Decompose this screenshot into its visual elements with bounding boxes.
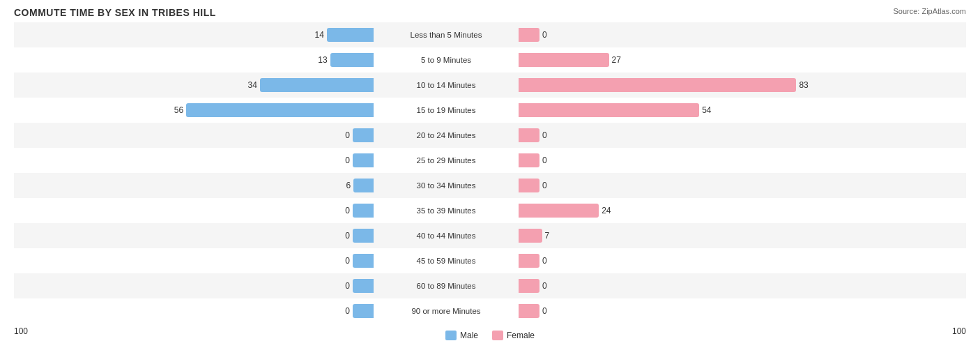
left-section: 0: [14, 254, 376, 268]
axis-left-label: 100: [14, 326, 28, 340]
female-value: 27: [612, 55, 631, 65]
female-value: 83: [799, 80, 818, 90]
male-bar: [353, 304, 374, 318]
row-label: 45 to 59 Minutes: [376, 257, 516, 265]
male-value: 0: [330, 206, 350, 215]
legend-female: Female: [492, 331, 535, 340]
male-value: 34: [238, 80, 257, 90]
male-bar: [353, 229, 374, 243]
right-section: 0: [516, 128, 878, 142]
table-row: 0 35 to 39 Minutes 24: [14, 198, 966, 223]
male-value: 0: [330, 256, 350, 266]
left-section: 6: [14, 179, 376, 192]
female-bar: [519, 128, 539, 142]
right-section: 83: [516, 78, 878, 92]
female-bar: [519, 153, 539, 167]
row-label: 20 to 24 Minutes: [376, 131, 516, 139]
male-value: 6: [331, 181, 351, 190]
chart-title: COMMUTE TIME BY SEX IN TRIBES HILL: [14, 7, 966, 18]
table-row: 0 90 or more Minutes 0: [14, 298, 966, 324]
table-row: 0 60 to 89 Minutes 0: [14, 273, 966, 298]
right-section: 24: [516, 204, 878, 218]
female-bar: [519, 28, 539, 42]
female-value: 0: [542, 281, 562, 291]
female-bar: [519, 103, 699, 117]
left-section: 0: [14, 304, 376, 318]
male-bar: [353, 204, 374, 218]
male-bar: [260, 78, 374, 92]
female-value: 7: [545, 231, 565, 241]
male-value: 0: [330, 281, 350, 291]
left-section: 0: [14, 204, 376, 218]
table-row: 56 15 to 19 Minutes 54: [14, 98, 966, 123]
table-row: 6 30 to 34 Minutes 0: [14, 173, 966, 198]
legend-male: Male: [445, 331, 478, 340]
table-row: 0 45 to 59 Minutes 0: [14, 248, 966, 273]
row-label: 90 or more Minutes: [376, 307, 516, 315]
left-section: 56: [14, 103, 376, 117]
table-row: 34 10 to 14 Minutes 83: [14, 73, 966, 98]
right-section: 7: [516, 229, 878, 243]
female-value: 0: [542, 130, 562, 140]
male-bar: [353, 279, 374, 293]
right-section: 0: [516, 254, 878, 268]
female-bar: [519, 229, 542, 243]
left-section: 0: [14, 279, 376, 293]
row-label: 5 to 9 Minutes: [376, 56, 516, 64]
table-row: 14 Less than 5 Minutes 0: [14, 22, 966, 47]
left-section: 14: [14, 28, 376, 42]
female-bar: [519, 279, 539, 293]
table-row: 13 5 to 9 Minutes 27: [14, 47, 966, 73]
male-bar: [353, 254, 374, 268]
table-row: 0 25 to 29 Minutes 0: [14, 148, 966, 173]
female-swatch: [492, 331, 503, 340]
female-bar: [519, 204, 599, 218]
source-text: Source: ZipAtlas.com: [893, 7, 966, 15]
right-section: 0: [516, 28, 878, 42]
axis-right-label: 100: [952, 326, 966, 340]
left-section: 0: [14, 229, 376, 243]
right-section: 0: [516, 179, 878, 192]
left-section: 0: [14, 153, 376, 167]
female-value: 24: [602, 206, 621, 215]
row-label: 60 to 89 Minutes: [376, 282, 516, 290]
male-bar: [353, 128, 374, 142]
female-bar: [519, 53, 609, 67]
male-label: Male: [460, 331, 478, 340]
male-value: 0: [330, 306, 350, 316]
right-section: 27: [516, 53, 878, 67]
row-label: 30 to 34 Minutes: [376, 181, 516, 190]
male-value: 0: [330, 130, 350, 140]
row-label: 10 to 14 Minutes: [376, 81, 516, 89]
male-value: 14: [305, 30, 324, 40]
male-bar: [186, 103, 374, 117]
female-bar: [519, 304, 539, 318]
female-bar: [519, 254, 539, 268]
row-label: 25 to 29 Minutes: [376, 156, 516, 165]
female-value: 0: [542, 156, 562, 165]
table-row: 0 20 to 24 Minutes 0: [14, 123, 966, 148]
row-label: 15 to 19 Minutes: [376, 106, 516, 114]
right-section: 54: [516, 103, 878, 117]
male-value: 0: [330, 156, 350, 165]
male-bar: [353, 153, 374, 167]
female-bar: [519, 78, 796, 92]
male-swatch: [445, 331, 457, 340]
female-bar: [519, 179, 539, 192]
chart-container: COMMUTE TIME BY SEX IN TRIBES HILL Sourc…: [0, 0, 980, 364]
axis-labels: 100 Male Female 100: [14, 326, 966, 340]
row-label: Less than 5 Minutes: [376, 31, 516, 39]
female-value: 0: [542, 306, 562, 316]
male-bar: [330, 53, 374, 67]
female-value: 0: [542, 256, 562, 266]
male-value: 0: [330, 231, 350, 241]
left-section: 13: [14, 53, 376, 67]
row-label: 40 to 44 Minutes: [376, 232, 516, 240]
legend: Male Female: [445, 331, 535, 340]
left-section: 0: [14, 128, 376, 142]
female-label: Female: [507, 331, 535, 340]
female-value: 0: [542, 181, 562, 190]
male-bar: [353, 179, 374, 192]
right-section: 0: [516, 304, 878, 318]
table-row: 0 40 to 44 Minutes 7: [14, 223, 966, 248]
